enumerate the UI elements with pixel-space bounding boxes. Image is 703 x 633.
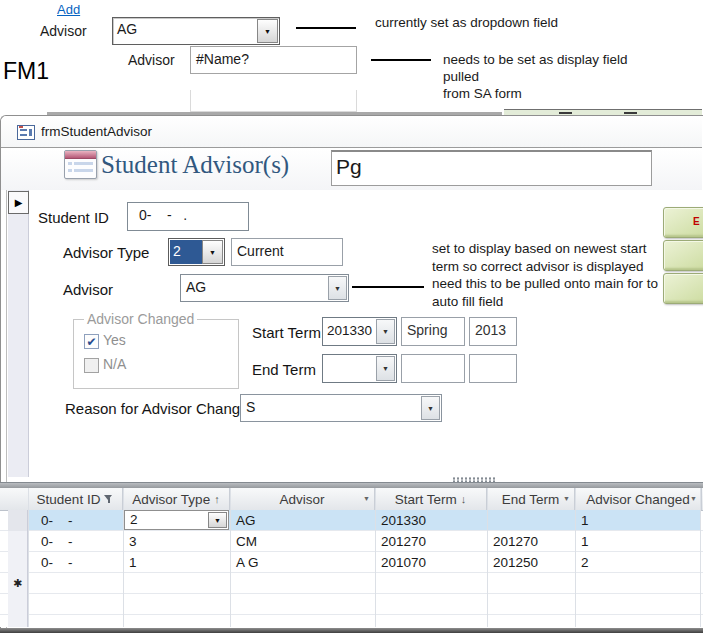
start-term-year-textbox[interactable]: 2013 bbox=[469, 317, 517, 346]
green-action-button-1[interactable]: E bbox=[663, 207, 703, 238]
start-term-season-textbox[interactable]: Spring bbox=[401, 317, 465, 346]
green-action-button-3[interactable] bbox=[663, 273, 703, 304]
annotation-display-note-line1: needs to be set as display field pulled bbox=[443, 51, 663, 85]
empty-row[interactable] bbox=[0, 615, 703, 627]
row-selector-cell[interactable]: ✱ bbox=[8, 573, 28, 594]
cell-start-term[interactable]: 201330 bbox=[375, 510, 487, 531]
column-header-label: Advisor bbox=[279, 492, 324, 507]
record-selector-bar[interactable] bbox=[8, 190, 29, 477]
column-header-label: Start Term bbox=[395, 492, 457, 507]
cell-advisor[interactable]: CM bbox=[230, 531, 375, 552]
cell-start-term[interactable]: 201270 bbox=[375, 531, 487, 552]
cell-end-term[interactable] bbox=[487, 510, 575, 531]
form-header-icon bbox=[64, 150, 97, 179]
checkmark-icon: ✔ bbox=[86, 337, 96, 347]
new-record-row[interactable]: ✱ bbox=[0, 573, 703, 594]
datasheet-corner-cell[interactable] bbox=[8, 488, 29, 510]
dropdown-arrow-icon[interactable]: ▼ bbox=[421, 396, 440, 420]
header-dropdown-icon[interactable]: ▼ bbox=[363, 495, 370, 502]
form-tab-icon bbox=[17, 125, 35, 140]
cell-advisor-type[interactable]: 1 bbox=[123, 552, 230, 573]
end-term-season-textbox[interactable] bbox=[401, 354, 465, 383]
empty-row[interactable] bbox=[0, 594, 703, 615]
datasheet: Student ID Advisor Type ↑ Advisor ▼ Star… bbox=[0, 488, 703, 627]
add-link[interactable]: Add bbox=[57, 2, 80, 17]
na-checkbox-label: N/A bbox=[103, 356, 126, 372]
yes-checkbox[interactable]: ✔ bbox=[84, 334, 99, 349]
start-term-label: Start Term bbox=[252, 324, 321, 341]
header-dropdown-icon[interactable]: ▼ bbox=[690, 495, 697, 502]
advisor-type-label: Advisor Type bbox=[63, 244, 149, 261]
cell-advisor-changed[interactable]: 1 bbox=[575, 531, 702, 552]
row-selector-cell[interactable] bbox=[8, 552, 28, 573]
filter-icon bbox=[104, 494, 113, 504]
row-selector-cell[interactable] bbox=[8, 594, 28, 615]
new-record-icon: ✱ bbox=[13, 577, 22, 590]
cell-student-id[interactable]: 0- - bbox=[28, 531, 123, 552]
page-textbox[interactable]: Pg bbox=[331, 150, 652, 186]
table-row-selected[interactable]: 0- - 2 ▼ AG 201330 1 bbox=[0, 510, 703, 531]
dropdown-arrow-icon[interactable]: ▼ bbox=[202, 240, 223, 264]
row-selector-cell[interactable] bbox=[8, 615, 28, 627]
table-row[interactable]: 0- - 3 CM 201270 201270 1 bbox=[0, 531, 703, 552]
column-header-advisor-changed[interactable]: Advisor Changed ▼ bbox=[575, 488, 702, 510]
cell-end-term[interactable]: 201250 bbox=[487, 552, 575, 573]
column-header-end-term[interactable]: End Term ▼ bbox=[487, 488, 575, 510]
column-header-advisor[interactable]: Advisor ▼ bbox=[230, 488, 375, 510]
cell-advisor[interactable]: A G bbox=[230, 552, 375, 573]
advisor-combo-value: AG bbox=[186, 279, 206, 295]
row-selector-cell[interactable] bbox=[8, 510, 28, 531]
dropdown-arrow-icon[interactable]: ▼ bbox=[328, 276, 347, 300]
cell-start-term[interactable]: 201070 bbox=[375, 552, 487, 573]
na-checkbox[interactable] bbox=[84, 358, 99, 373]
student-id-textbox[interactable]: 0- - . bbox=[127, 202, 249, 231]
dropdown-arrow-icon[interactable]: ▼ bbox=[376, 356, 395, 381]
yes-checkbox-label: Yes bbox=[103, 332, 126, 348]
advisor-label: Advisor bbox=[63, 281, 113, 298]
tab-title[interactable]: frmStudentAdvisor bbox=[41, 124, 152, 139]
advisor-dropdown-top[interactable]: AG ▼ bbox=[112, 17, 280, 45]
end-term-year-textbox[interactable] bbox=[469, 354, 517, 383]
advisor-type-combo[interactable]: 2 ▼ bbox=[168, 238, 225, 266]
column-header-advisor-type[interactable]: Advisor Type ↑ bbox=[123, 488, 230, 510]
reason-combo[interactable]: S ▼ bbox=[240, 394, 442, 422]
green-action-button-2[interactable] bbox=[663, 240, 703, 271]
cell-end-term[interactable]: 201270 bbox=[487, 531, 575, 552]
header-dropdown-icon[interactable]: ▼ bbox=[563, 495, 570, 502]
cell-advisor-changed[interactable]: 2 bbox=[575, 552, 702, 573]
annotation-dropdown-note: currently set as dropdown field bbox=[375, 15, 558, 30]
start-term-combo[interactable]: 201330 ▼ bbox=[322, 317, 397, 346]
dropdown-arrow-icon[interactable]: ▼ bbox=[257, 19, 278, 43]
advisor-label-top: Advisor bbox=[40, 23, 87, 39]
advisor-type-display-value: Current bbox=[237, 243, 284, 259]
column-header-label: Advisor Type bbox=[132, 492, 210, 507]
advisor-label-top2: Advisor bbox=[128, 52, 175, 68]
advisor-changed-legend: Advisor Changed bbox=[84, 311, 197, 327]
advisor-type-combo-value: 2 bbox=[170, 240, 204, 264]
advisor-type-display-textbox[interactable]: Current bbox=[231, 238, 343, 266]
cell-advisor-type-combo[interactable]: 2 ▼ bbox=[124, 510, 229, 530]
advisor-name-textbox[interactable]: #Name? bbox=[190, 46, 357, 74]
cell-advisor-changed[interactable]: 1 bbox=[575, 510, 702, 531]
annotation-display-note: needs to be set as display field pulled … bbox=[443, 51, 663, 102]
cell-advisor-type[interactable]: 3 bbox=[123, 531, 230, 552]
window-bottom-edge bbox=[0, 628, 703, 633]
advisor-dropdown-top-value: AG bbox=[117, 21, 137, 37]
current-record-arrow-icon: ▶ bbox=[8, 191, 29, 214]
dropdown-arrow-icon[interactable]: ▼ bbox=[208, 512, 227, 528]
cell-student-id[interactable]: 0- - bbox=[28, 552, 123, 573]
cell-student-id[interactable]: 0- - bbox=[28, 510, 123, 531]
row-selector-cell[interactable] bbox=[8, 531, 28, 552]
sliver-mark bbox=[624, 112, 637, 114]
column-header-start-term[interactable]: Start Term ↓ bbox=[375, 488, 487, 510]
column-header-student-id[interactable]: Student ID bbox=[28, 488, 123, 510]
dropdown-arrow-icon[interactable]: ▼ bbox=[376, 319, 395, 344]
table-row[interactable]: 0- - 1 A G 201070 201250 2 bbox=[0, 552, 703, 573]
advisor-combo[interactable]: AG ▼ bbox=[180, 274, 349, 302]
student-id-value: 0- - . bbox=[139, 207, 187, 223]
cell-advisor[interactable]: AG bbox=[230, 510, 375, 531]
datasheet-header-row: Student ID Advisor Type ↑ Advisor ▼ Star… bbox=[0, 488, 703, 511]
advisor-name-textbox-value: #Name? bbox=[196, 51, 249, 67]
screenshot-root: Add Advisor AG ▼ currently set as dropdo… bbox=[0, 0, 703, 633]
end-term-combo[interactable]: ▼ bbox=[322, 354, 397, 383]
